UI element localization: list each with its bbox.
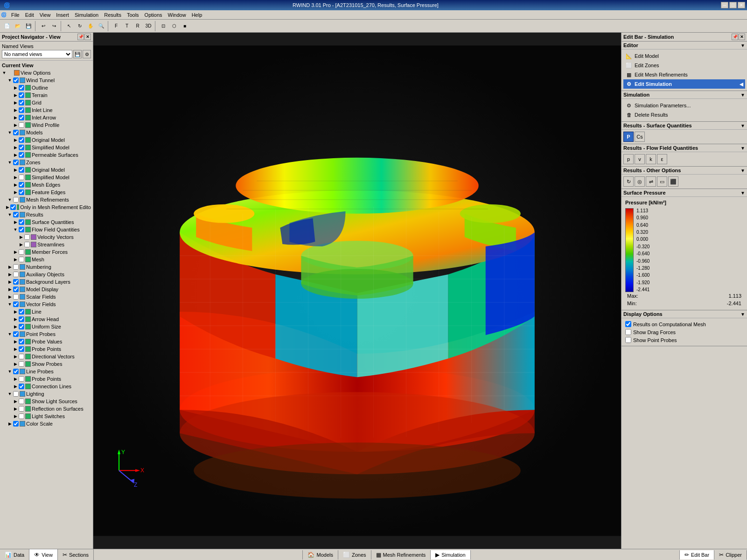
tree-item-background-layers[interactable]: ▶Background Layers (2, 278, 91, 286)
tree-expand-models[interactable]: ▼ (7, 130, 12, 135)
tree-item-velocity-vectors[interactable]: ▶Velocity Vectors (2, 233, 91, 241)
surface-btn-p[interactable]: P (623, 132, 634, 142)
tree-check-streamlines[interactable] (24, 242, 30, 247)
tree-item-uniform-size[interactable]: ▶Uniform Size (2, 323, 91, 330)
tree-check-outline[interactable] (19, 85, 24, 91)
tree-check-show-probes[interactable] (19, 361, 24, 367)
tb-save[interactable]: 💾 (23, 21, 34, 31)
tree-check-surface-quantities[interactable] (19, 219, 24, 225)
tree-expand-wind-tunnel[interactable]: ▼ (7, 78, 12, 83)
tree-check-color-scale[interactable] (13, 421, 19, 427)
menu-item-tools[interactable]: Tools (124, 11, 142, 19)
tree-expand-inlet-line[interactable]: ▶ (13, 108, 18, 112)
menu-item-insert[interactable]: Insert (53, 11, 72, 19)
flow-btn-p[interactable]: p (623, 154, 634, 164)
tree-check-lighting[interactable] (13, 391, 19, 397)
sim-params-item[interactable]: ⚙ Simulation Parameters... (623, 101, 745, 110)
editor-collapse[interactable]: ▼ (740, 43, 745, 48)
tree-check-light-switches[interactable] (19, 413, 24, 419)
tree-item-wind-profile[interactable]: ▶Wind Profile (2, 121, 91, 129)
tree-expand-grid[interactable]: ▶ (13, 100, 18, 105)
tree-expand-reflection[interactable]: ▶ (13, 406, 18, 411)
sections-tab[interactable]: ✂ Sections (58, 549, 94, 560)
surface-btn-cs[interactable]: Cs (635, 132, 645, 142)
tb-fit[interactable]: ⊡ (158, 21, 168, 31)
tree-check-results[interactable] (13, 212, 19, 217)
tree-item-line[interactable]: ▶Line (2, 308, 91, 315)
view-tab[interactable]: 👁 View (29, 549, 58, 560)
tb-view-front[interactable]: F (111, 21, 121, 31)
tree-expand-zones-original[interactable]: ▶ (13, 168, 18, 172)
tree-check-point-probes[interactable] (13, 331, 19, 337)
tree-expand-uniform-size[interactable]: ▶ (13, 324, 18, 329)
tree-expand-mesh-refinement-editor[interactable]: ▶ (6, 205, 9, 210)
tree-expand-probe-values[interactable]: ▶ (13, 339, 18, 344)
other-btn-5[interactable]: ⬛ (668, 176, 678, 187)
tree-expand-terrain[interactable]: ▶ (13, 93, 18, 98)
tree-expand-line-probe-points[interactable]: ▶ (13, 377, 18, 381)
tb-select[interactable]: ↖ (64, 21, 74, 31)
tree-check-connection-lines[interactable] (19, 384, 24, 389)
comp-mesh-checkbox[interactable] (625, 321, 631, 327)
tree-check-probe-values[interactable] (19, 339, 24, 344)
tb-undo[interactable]: ↩ (38, 21, 49, 31)
tree-check-zones[interactable] (13, 160, 19, 165)
tree-item-original-model[interactable]: ▶Original Model (2, 136, 91, 144)
named-views-save-btn[interactable]: 💾 (73, 50, 82, 58)
tree-expand-permeable-surfaces[interactable]: ▶ (13, 153, 18, 157)
tree-expand-show-light-sources[interactable]: ▶ (13, 399, 18, 404)
tree-expand-scalar-fields[interactable]: ▶ (7, 294, 12, 299)
tree-item-streamlines[interactable]: ▶Streamlines (2, 241, 91, 248)
tree-item-simplified-model[interactable]: ▶Simplified Model (2, 144, 91, 151)
edit-zones-item[interactable]: ⬜ Edit Zones (623, 61, 745, 70)
tree-check-reflection[interactable] (19, 406, 24, 412)
edit-simulation-item[interactable]: ⚙ Edit Simulation ◀ (623, 79, 745, 89)
tree-item-terrain[interactable]: ▶Terrain (2, 91, 91, 99)
tb-open[interactable]: 📂 (13, 21, 23, 31)
models-tab[interactable]: 🏠 Models (303, 550, 338, 560)
tree-expand-show-probes[interactable]: ▶ (13, 362, 18, 366)
tree-expand-feature-edges[interactable]: ▶ (13, 190, 18, 195)
tree-expand-color-scale[interactable]: ▶ (7, 421, 12, 426)
tb-zoom[interactable]: 🔍 (96, 21, 106, 31)
tree-item-lighting[interactable]: ▼Lighting (2, 390, 91, 398)
tree-expand-auxiliary-objects[interactable]: ▶ (7, 272, 12, 277)
tree-expand-line-probes[interactable]: ▼ (7, 369, 12, 374)
tb-redo[interactable]: ↪ (49, 21, 59, 31)
menu-item-window[interactable]: Window (165, 11, 189, 19)
tree-check-mesh-edges[interactable] (19, 182, 24, 188)
other-options-collapse[interactable]: ▼ (740, 168, 745, 173)
viewport[interactable]: Y X Z (93, 33, 621, 549)
other-btn-4[interactable]: ▭ (657, 176, 667, 187)
tree-check-original-model[interactable] (19, 137, 24, 143)
tree-item-line-probe-points[interactable]: ▶Probe Points (2, 375, 91, 383)
tree-expand-surface-quantities[interactable]: ▶ (13, 220, 18, 224)
mesh-ref-tab[interactable]: ▦ Mesh Refinements (371, 550, 431, 560)
menu-item-help[interactable]: Help (189, 11, 205, 19)
tree-check-line-probes[interactable] (13, 369, 19, 374)
clipper-tab[interactable]: ✂ Clipper (714, 550, 747, 560)
tree-item-directional-vectors[interactable]: ▶Directional Vectors (2, 353, 91, 360)
tree-check-uniform-size[interactable] (19, 324, 24, 329)
flow-btn-k[interactable]: k (646, 154, 656, 164)
point-probes-checkbox[interactable] (625, 337, 631, 343)
delete-results-item[interactable]: 🗑 Delete Results (623, 110, 745, 119)
simulation-collapse[interactable]: ▼ (740, 92, 745, 98)
tree-check-inlet-arrow[interactable] (19, 115, 24, 120)
tree-item-color-scale[interactable]: ▶Color Scale (2, 420, 91, 427)
tree-check-line-probe-points[interactable] (19, 376, 24, 382)
tree-item-feature-edges[interactable]: ▶Feature Edges (2, 189, 91, 196)
tree-expand-lighting[interactable]: ▼ (7, 392, 12, 396)
tree-expand-point-probes[interactable]: ▼ (7, 332, 12, 336)
tree-item-probe-values[interactable]: ▶Probe Values (2, 338, 91, 345)
tree-check-directional-vectors[interactable] (19, 354, 24, 359)
right-panel-controls[interactable]: 📌 ✕ (732, 34, 745, 40)
panel-close-btn[interactable]: ✕ (84, 34, 91, 40)
tree-item-model-display[interactable]: ▶Model Display (2, 286, 91, 293)
tb-view-top[interactable]: T (122, 21, 132, 31)
tree-item-member-forces[interactable]: ▶Member Forces (2, 248, 91, 256)
menu-item-file[interactable]: File (8, 11, 22, 19)
other-btn-3[interactable]: ⇌ (646, 176, 656, 187)
tree-expand-original-model[interactable]: ▶ (13, 138, 18, 142)
tree-check-mesh-refinements[interactable] (13, 197, 19, 203)
